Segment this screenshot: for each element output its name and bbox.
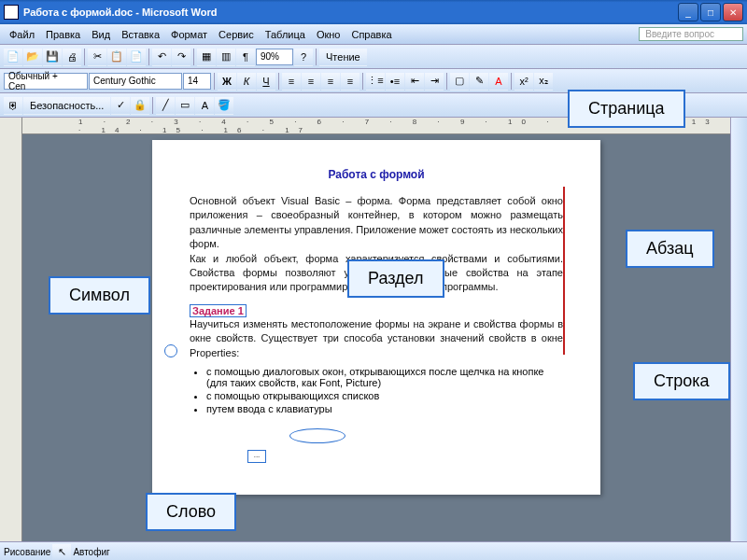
vertical-scrollbar[interactable] — [730, 118, 747, 541]
menu-help[interactable]: Справка — [345, 27, 397, 42]
callout-section: Раздел — [347, 259, 444, 298]
doc-paragraph-1: Основной объект Visual Basic – форма. Фо… — [190, 194, 563, 252]
superscript-icon[interactable]: x² — [514, 72, 533, 91]
border-icon[interactable]: ▢ — [450, 72, 469, 91]
print-icon[interactable]: 🖨 — [63, 48, 81, 66]
align-center-icon[interactable]: ≡ — [302, 72, 320, 91]
paste-icon[interactable]: 📄 — [127, 48, 146, 66]
subscript-icon[interactable]: x₂ — [534, 72, 553, 91]
security-tool-icon[interactable]: ✓ — [111, 96, 130, 115]
show-marks-icon[interactable]: ¶ — [236, 48, 255, 66]
style-combo[interactable]: Обычный + Cen — [4, 73, 88, 90]
menu-format[interactable]: Формат — [165, 27, 213, 42]
doc-paragraph-3: Научиться изменять местоположение формы … — [190, 317, 563, 360]
word-icon — [4, 5, 19, 20]
bold-icon[interactable]: Ж — [218, 72, 236, 91]
help-icon[interactable]: ? — [294, 48, 313, 66]
read-mode-button[interactable]: Чтение — [319, 48, 367, 66]
list-item: путем ввода с клавиатуры — [206, 403, 563, 414]
new-doc-icon[interactable]: 📄 — [4, 48, 22, 66]
redo-icon[interactable]: ↷ — [172, 48, 190, 66]
align-right-icon[interactable]: ≡ — [321, 72, 340, 91]
underline-icon[interactable]: Ч — [257, 72, 275, 91]
word-annotation-ellipse — [289, 428, 345, 443]
help-question-input[interactable]: Введите вопрос — [639, 27, 743, 41]
bullet-list-icon[interactable]: •≡ — [386, 72, 404, 91]
ellipsis-button-placeholder: ... — [247, 450, 266, 463]
callout-paragraph: Абзац — [626, 230, 714, 268]
menu-view[interactable]: Вид — [86, 27, 116, 42]
save-icon[interactable]: 💾 — [43, 48, 62, 66]
callout-page: Страница — [568, 90, 685, 128]
security-button[interactable]: Безопасность... — [23, 96, 110, 115]
window-title: Работа с формой.doc - Microsoft Word — [23, 7, 678, 18]
close-button[interactable]: ✕ — [723, 3, 743, 21]
fill-tool-icon[interactable]: 🪣 — [215, 96, 233, 115]
menu-file[interactable]: Файл — [4, 27, 40, 42]
line-tool-icon[interactable]: ╱ — [156, 96, 175, 115]
fontsize-combo[interactable]: 14 — [183, 73, 211, 90]
shield-icon[interactable]: ⛨ — [4, 96, 22, 115]
drawing-toolbar: Рисование ↖ Автофиг — [0, 541, 747, 560]
align-justify-icon[interactable]: ≡ — [341, 72, 359, 91]
window-controls: _ □ ✕ — [678, 3, 743, 21]
font-combo[interactable]: Century Gothic — [89, 73, 182, 90]
symbol-annotation-circle — [164, 344, 177, 357]
list-item: с помощью открывающихся списков — [206, 390, 563, 401]
doc-task-heading: Задание 1 — [190, 304, 247, 317]
maximize-button[interactable]: □ — [700, 3, 721, 21]
callout-word: Слово — [146, 493, 236, 531]
indent-icon[interactable]: ⇥ — [425, 72, 444, 91]
menu-window[interactable]: Окно — [311, 27, 346, 42]
menu-edit[interactable]: Правка — [40, 27, 86, 42]
menu-insert[interactable]: Вставка — [116, 27, 165, 42]
list-item: с помощью диалоговых окон, открывающихся… — [206, 366, 563, 388]
change-tracking-bar — [563, 187, 565, 355]
doc-heading: Работа с формой — [190, 168, 563, 181]
security-tool2-icon[interactable]: 🔒 — [131, 96, 149, 115]
doc-bullet-list: с помощью диалоговых окон, открывающихся… — [206, 366, 563, 414]
window-titlebar: Работа с формой.doc - Microsoft Word _ □… — [0, 0, 747, 24]
menu-table[interactable]: Таблица — [260, 27, 311, 42]
cut-icon[interactable]: ✂ — [88, 48, 106, 66]
copy-icon[interactable]: 📋 — [107, 48, 126, 66]
zoom-combo[interactable]: 90% — [256, 49, 293, 65]
rect-tool-icon[interactable]: ▭ — [176, 96, 194, 115]
menubar: Файл Правка Вид Вставка Формат Сервис Та… — [0, 24, 747, 45]
font-color-icon[interactable]: A — [489, 72, 508, 91]
outdent-icon[interactable]: ⇤ — [405, 72, 424, 91]
select-icon[interactable]: ↖ — [52, 543, 71, 561]
open-icon[interactable]: 📂 — [23, 48, 42, 66]
menu-service[interactable]: Сервис — [213, 27, 260, 42]
columns-icon[interactable]: ▥ — [217, 48, 235, 66]
drawing-menu[interactable]: Рисование — [4, 547, 50, 557]
undo-icon[interactable]: ↶ — [152, 48, 171, 66]
vertical-ruler[interactable] — [0, 118, 22, 541]
minimize-button[interactable]: _ — [678, 3, 698, 21]
italic-icon[interactable]: К — [237, 72, 256, 91]
standard-toolbar: 📄 📂 💾 🖨 ✂ 📋 📄 ↶ ↷ ▦ ▥ ¶ 90% ? Чтение — [0, 45, 747, 69]
table-icon[interactable]: ▦ — [197, 48, 216, 66]
callout-line: Строка — [633, 362, 730, 400]
document-page[interactable]: Работа с формой Основной объект Visual B… — [152, 140, 600, 495]
autoshapes-menu[interactable]: Автофиг — [73, 547, 109, 557]
text-tool-icon[interactable]: A — [195, 96, 214, 115]
callout-symbol: Символ — [49, 276, 150, 315]
highlight-icon[interactable]: ✎ — [470, 72, 488, 91]
document-area[interactable]: 1 · 2 · 3 · 4 · 5 · 6 · 7 · 8 · 9 · 10 ·… — [22, 118, 730, 541]
document-workspace: 1 · 2 · 3 · 4 · 5 · 6 · 7 · 8 · 9 · 10 ·… — [0, 118, 747, 541]
align-left-icon[interactable]: ≡ — [282, 72, 301, 91]
numbered-list-icon[interactable]: ⋮≡ — [366, 72, 385, 91]
